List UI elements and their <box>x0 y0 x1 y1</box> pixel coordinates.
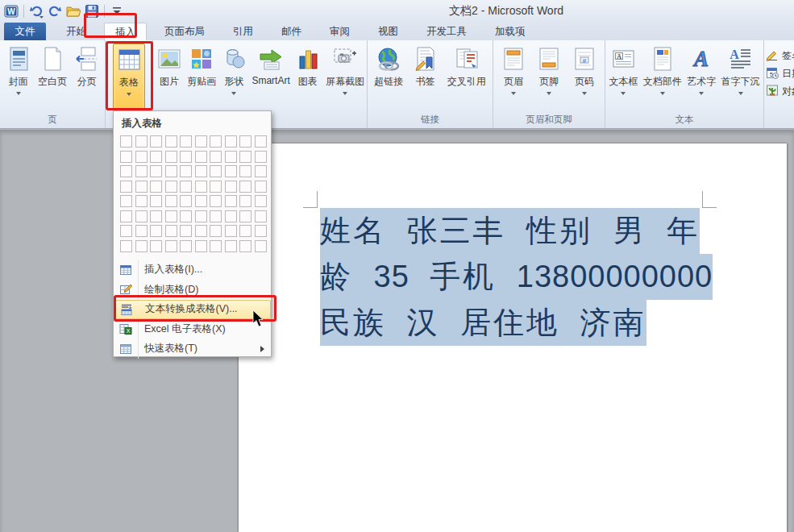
图表-button[interactable]: 图表 <box>293 44 323 89</box>
超链接-button[interactable]: 超链接 <box>372 44 405 89</box>
tab-审阅[interactable]: 审阅 <box>319 23 360 40</box>
table-grid-cell[interactable] <box>120 151 132 163</box>
封面-button[interactable]: 封面 <box>3 44 34 95</box>
table-grid-cell[interactable] <box>225 135 237 148</box>
table-grid-cell[interactable] <box>120 181 132 193</box>
table-grid-cell[interactable] <box>135 225 148 237</box>
tab-开发工具[interactable]: 开发工具 <box>416 23 477 40</box>
table-grid-cell[interactable] <box>195 195 207 207</box>
table-grid-cell[interactable] <box>195 181 207 193</box>
table-grid-cell[interactable] <box>120 210 132 222</box>
table-grid-cell[interactable] <box>239 165 252 177</box>
tab-邮件[interactable]: 邮件 <box>271 23 312 40</box>
tab-视图[interactable]: 视图 <box>368 23 409 40</box>
open-icon[interactable] <box>65 3 81 19</box>
剪贴画-button[interactable]: 剪贴画 <box>185 44 218 89</box>
table-size-grid[interactable] <box>114 134 271 252</box>
qat-customize-icon[interactable] <box>109 3 125 19</box>
文本框-button[interactable]: A文本框 <box>607 44 639 95</box>
tab-文件[interactable]: 文件 <box>4 23 46 40</box>
table-grid-cell[interactable] <box>225 165 237 177</box>
table-grid-cell[interactable] <box>195 225 207 237</box>
table-grid-cell[interactable] <box>239 195 252 207</box>
分页-button[interactable]: 分页 <box>72 44 102 89</box>
table-grid-cell[interactable] <box>180 195 192 207</box>
table-grid-cell[interactable] <box>255 151 267 163</box>
menu-item-插入表格[interactable]: 插入表格(I)... <box>114 260 271 281</box>
table-grid-cell[interactable] <box>120 240 132 252</box>
table-grid-cell[interactable] <box>210 210 222 222</box>
日期-button[interactable]: 5日期 <box>764 64 794 82</box>
table-grid-cell[interactable] <box>239 151 252 163</box>
表格-button[interactable]: 表格 <box>113 44 145 113</box>
table-grid-cell[interactable] <box>255 195 267 207</box>
table-grid-cell[interactable] <box>165 225 177 237</box>
table-grid-cell[interactable] <box>135 195 148 207</box>
书签-button[interactable]: 书签 <box>410 44 441 89</box>
table-grid-cell[interactable] <box>195 151 207 163</box>
table-grid-cell[interactable] <box>150 165 162 177</box>
tab-加载项[interactable]: 加载项 <box>484 23 536 40</box>
table-grid-cell[interactable] <box>210 240 222 252</box>
table-grid-cell[interactable] <box>180 165 192 177</box>
table-grid-cell[interactable] <box>255 135 267 148</box>
页脚-button[interactable]: 页脚 <box>534 44 564 95</box>
table-grid-cell[interactable] <box>239 240 252 252</box>
table-grid-cell[interactable] <box>135 135 148 148</box>
table-grid-cell[interactable] <box>150 135 162 148</box>
selected-text-line[interactable]: 姓名 张三丰 性别 男 年 <box>320 208 700 254</box>
table-grid-cell[interactable] <box>135 151 148 163</box>
table-grid-cell[interactable] <box>120 195 132 207</box>
tab-插入[interactable]: 插入 <box>104 23 147 40</box>
table-grid-cell[interactable] <box>165 210 177 222</box>
table-grid-cell[interactable] <box>255 225 267 237</box>
table-grid-cell[interactable] <box>165 135 177 148</box>
smartart-button[interactable]: SmartArt <box>250 44 291 86</box>
table-grid-cell[interactable] <box>239 210 252 222</box>
table-grid-cell[interactable] <box>165 165 177 177</box>
table-grid-cell[interactable] <box>180 135 192 148</box>
undo-icon[interactable] <box>28 3 44 19</box>
签名行-button[interactable]: 签名行 <box>764 47 794 64</box>
table-grid-cell[interactable] <box>210 151 222 163</box>
table-grid-cell[interactable] <box>165 151 177 163</box>
table-grid-cell[interactable] <box>195 240 207 252</box>
table-grid-cell[interactable] <box>210 195 222 207</box>
table-grid-cell[interactable] <box>195 135 207 148</box>
table-grid-cell[interactable] <box>150 225 162 237</box>
table-grid-cell[interactable] <box>135 240 148 252</box>
table-grid-cell[interactable] <box>225 210 237 222</box>
屏幕截图-button[interactable]: 屏幕截图 <box>324 44 366 95</box>
table-grid-cell[interactable] <box>120 225 132 237</box>
table-grid-cell[interactable] <box>150 240 162 252</box>
menu-item-文本转换成表格[interactable]: 文本转换成表格(V)... <box>114 300 271 320</box>
table-grid-cell[interactable] <box>135 210 148 222</box>
table-grid-cell[interactable] <box>225 240 237 252</box>
selected-text-line[interactable]: 民族 汉 居住地 济南 <box>320 300 646 346</box>
document-page[interactable]: 姓名 张三丰 性别 男 年龄 35 手机 13800000000民族 汉 居住地… <box>239 143 787 532</box>
首字下沉-button[interactable]: A首字下沉 <box>720 44 762 95</box>
table-grid-cell[interactable] <box>150 181 162 193</box>
table-grid-cell[interactable] <box>255 181 267 193</box>
table-grid-cell[interactable] <box>180 181 192 193</box>
艺术字-button[interactable]: A艺术字 <box>685 44 717 95</box>
table-grid-cell[interactable] <box>255 240 267 252</box>
table-grid-cell[interactable] <box>180 210 192 222</box>
页码-button[interactable]: #页码 <box>569 44 600 95</box>
table-grid-cell[interactable] <box>195 210 207 222</box>
tab-页面布局[interactable]: 页面布局 <box>154 23 215 40</box>
selected-text-block[interactable]: 姓名 张三丰 性别 男 年龄 35 手机 13800000000民族 汉 居住地… <box>320 208 713 346</box>
table-grid-cell[interactable] <box>120 135 132 148</box>
table-grid-cell[interactable] <box>180 240 192 252</box>
table-grid-cell[interactable] <box>135 165 148 177</box>
table-grid-cell[interactable] <box>165 181 177 193</box>
table-grid-cell[interactable] <box>225 225 237 237</box>
页眉-button[interactable]: 页眉 <box>498 44 529 95</box>
table-grid-cell[interactable] <box>135 181 148 193</box>
table-grid-cell[interactable] <box>239 225 252 237</box>
形状-button[interactable]: 形状 <box>218 44 249 95</box>
table-grid-cell[interactable] <box>239 181 252 193</box>
selected-text-line[interactable]: 龄 35 手机 13800000000 <box>320 254 713 300</box>
table-grid-cell[interactable] <box>195 165 207 177</box>
table-grid-cell[interactable] <box>210 181 222 193</box>
